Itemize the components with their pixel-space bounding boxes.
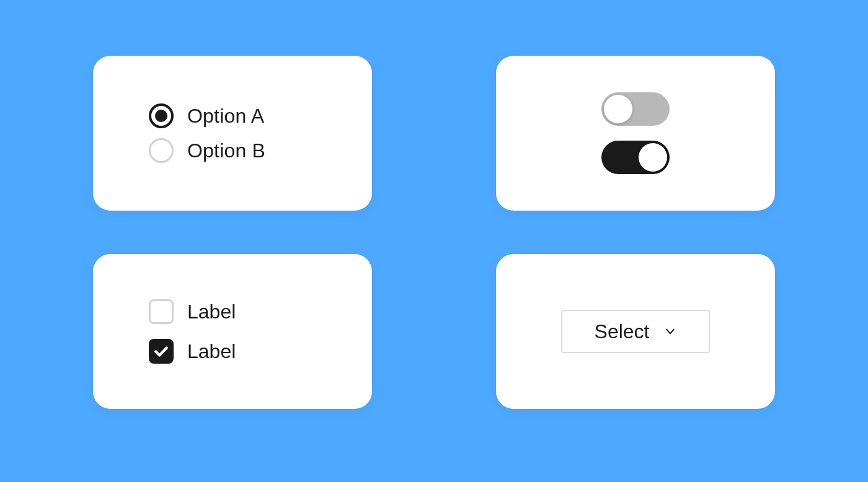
select-card: Select — [496, 254, 775, 409]
radio-option-b[interactable]: Option B — [149, 138, 265, 163]
toggle-card — [496, 56, 775, 211]
radio-icon — [149, 138, 174, 163]
checkbox-icon — [149, 299, 174, 324]
toggle-on[interactable] — [601, 141, 670, 174]
radio-card: Option A Option B — [93, 56, 372, 211]
checkbox-label-1: Label — [187, 300, 236, 323]
toggle-knob-icon — [639, 143, 667, 172]
checkbox-icon — [149, 339, 174, 364]
radio-label-b: Option B — [187, 139, 265, 162]
checkbox-label-2: Label — [187, 340, 236, 363]
toggle-off[interactable] — [601, 92, 670, 126]
radio-option-a[interactable]: Option A — [149, 103, 264, 128]
radio-dot-icon — [155, 110, 167, 122]
toggle-knob-icon — [604, 95, 632, 123]
select-dropdown[interactable]: Select — [561, 310, 710, 353]
radio-label-a: Option A — [187, 105, 264, 128]
chevron-down-icon — [664, 325, 676, 338]
radio-icon — [149, 103, 174, 128]
checkbox-card: Label Label — [93, 254, 372, 409]
checkbox-item-unchecked[interactable]: Label — [149, 299, 236, 324]
checkbox-item-checked[interactable]: Label — [149, 339, 236, 364]
select-value: Select — [595, 320, 650, 343]
check-icon — [153, 343, 169, 359]
